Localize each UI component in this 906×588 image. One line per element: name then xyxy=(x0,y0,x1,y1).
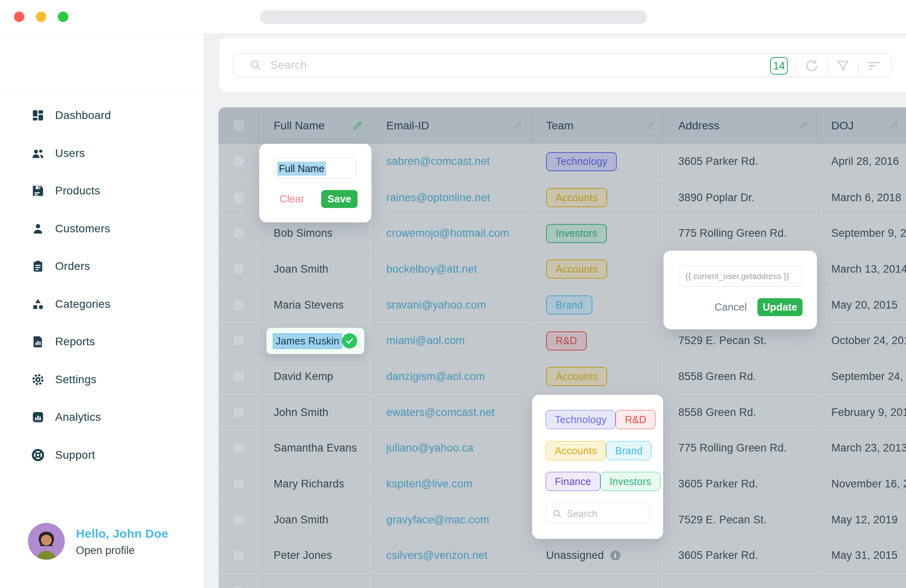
checkbox-cell xyxy=(219,431,259,466)
team-option-brand[interactable]: Brand xyxy=(606,441,652,460)
window-minimize-button[interactable] xyxy=(36,12,46,22)
cell-doj: March 23, 2013 xyxy=(817,431,906,466)
column-header-doj[interactable]: DOJ xyxy=(817,107,906,144)
sidebar: DashboardUsersProductsCustomersOrdersCat… xyxy=(0,34,204,588)
sidebar-item-settings[interactable]: Settings xyxy=(0,361,204,399)
sidebar-item-categories[interactable]: Categories xyxy=(0,285,204,323)
reports-icon xyxy=(31,335,45,348)
column-header-fullname[interactable]: Full Name xyxy=(259,107,370,144)
sidebar-item-label: Users xyxy=(55,147,85,160)
cell-doj: May 20, 2015 xyxy=(817,287,906,323)
column-header-emailid[interactable]: Email-ID xyxy=(370,107,532,144)
cell-email: juliano@yahoo.ca xyxy=(370,431,532,466)
sidebar-item-support[interactable]: Support xyxy=(0,436,204,474)
sidebar-item-label: Products xyxy=(55,184,100,197)
sidebar-item-dashboard[interactable]: Dashboard xyxy=(0,97,204,135)
refresh-icon[interactable] xyxy=(805,59,819,73)
clear-button[interactable]: Clear xyxy=(278,190,306,208)
sidebar-item-analytics[interactable]: Analytics xyxy=(0,398,204,436)
team-badge[interactable]: R&D xyxy=(546,331,587,350)
row-checkbox[interactable] xyxy=(233,442,244,454)
cell-team: Accounts xyxy=(532,251,662,287)
sidebar-item-customers[interactable]: Customers xyxy=(0,210,204,248)
save-button[interactable]: Save xyxy=(321,190,358,208)
row-checkbox[interactable] xyxy=(233,335,244,346)
update-button[interactable]: Update xyxy=(757,298,803,316)
sidebar-item-users[interactable]: Users xyxy=(0,135,204,172)
team-badge[interactable]: Brand xyxy=(546,295,592,315)
row-checkbox[interactable] xyxy=(233,263,244,275)
cell-doj: September 24, xyxy=(817,359,906,394)
edit-column-icon[interactable] xyxy=(888,120,899,131)
cell-email: crowemojo@hotmail.com xyxy=(370,216,532,251)
edit-column-icon[interactable] xyxy=(798,120,809,131)
cell-email: sabren@comcast.net xyxy=(370,144,532,180)
window-zoom-button[interactable] xyxy=(58,12,68,22)
row-checkbox[interactable] xyxy=(233,299,244,311)
team-option-investors[interactable]: Investors xyxy=(600,472,660,491)
result-count-badge[interactable]: 14 xyxy=(770,57,788,75)
row-checkbox[interactable] xyxy=(233,407,244,418)
edit-column-icon[interactable] xyxy=(512,120,523,131)
cell-email: gravyface@mac.com xyxy=(370,502,532,538)
profile-section[interactable]: Hello, John Doe Open profile xyxy=(0,520,204,568)
row-checkbox[interactable] xyxy=(233,156,244,167)
row-checkbox[interactable] xyxy=(233,228,244,239)
team-badge[interactable]: Accounts xyxy=(546,367,607,386)
confirm-check-icon[interactable] xyxy=(342,333,357,348)
team-search-input[interactable]: Search xyxy=(546,503,650,524)
cell-email: csilvers@verizon.net xyxy=(370,538,532,574)
window-close-button[interactable] xyxy=(14,12,24,22)
row-checkbox[interactable] xyxy=(233,550,244,561)
column-header-team[interactable]: Team xyxy=(532,107,662,144)
search-input[interactable]: Search 14 xyxy=(233,53,892,77)
avatar[interactable] xyxy=(28,523,65,560)
row-checkbox[interactable] xyxy=(233,478,244,490)
name-editor-input[interactable]: Full Name xyxy=(274,158,357,179)
cell-team: Investors xyxy=(532,216,662,251)
team-badge[interactable]: Accounts xyxy=(546,259,607,279)
team-option-finance[interactable]: Finance xyxy=(546,472,600,491)
row-checkbox[interactable] xyxy=(233,192,244,204)
row-checkbox[interactable] xyxy=(233,371,244,382)
selected-text[interactable]: James Ruskin xyxy=(273,333,342,349)
edit-column-icon[interactable] xyxy=(645,120,656,131)
team-badge[interactable]: Accounts xyxy=(546,188,607,207)
window-titlebar xyxy=(0,0,906,34)
table-row: Peter Jonescsilvers@verizon.netUnassigne… xyxy=(219,538,906,574)
open-profile-link[interactable]: Open profile xyxy=(76,544,135,557)
team-badge[interactable]: Technology xyxy=(546,152,617,171)
products-icon xyxy=(31,184,45,198)
sidebar-nav: DashboardUsersProductsCustomersOrdersCat… xyxy=(0,97,204,474)
team-option-technology[interactable]: Technology xyxy=(546,410,616,429)
checkbox-cell xyxy=(219,538,259,574)
address-editor-input[interactable]: {{ current_user.getaddress }} xyxy=(679,266,802,287)
sort-icon[interactable] xyxy=(867,59,881,73)
cell-email: raines@optonline.net xyxy=(370,180,532,216)
team-picker-popup: TechnologyR&D AccountsBrand FinanceInves… xyxy=(532,395,663,539)
filter-icon[interactable] xyxy=(836,59,850,73)
cell-doj: March 6, 2018 xyxy=(817,180,906,216)
table-row: David Kempdanzigism@aol.comAccounts8558 … xyxy=(219,358,906,394)
cell-team: Accounts xyxy=(532,359,662,394)
team-option-accounts[interactable]: Accounts xyxy=(546,441,606,460)
team-option-rd[interactable]: R&D xyxy=(616,410,656,429)
table-row-partial xyxy=(219,573,906,588)
avatar-image xyxy=(28,523,65,560)
row-checkbox[interactable] xyxy=(233,514,244,526)
select-all-checkbox[interactable] xyxy=(233,120,244,131)
cancel-button[interactable]: Cancel xyxy=(715,298,747,316)
info-icon[interactable]: i xyxy=(610,550,620,560)
column-header-address[interactable]: Address xyxy=(662,107,817,144)
sidebar-item-products[interactable]: Products xyxy=(0,172,204,210)
row-checkbox[interactable] xyxy=(233,586,244,588)
sidebar-item-reports[interactable]: Reports xyxy=(0,323,204,361)
sidebar-item-orders[interactable]: Orders xyxy=(0,247,204,285)
edit-column-icon[interactable] xyxy=(352,120,363,131)
checkbox-cell xyxy=(219,251,259,287)
team-badge[interactable]: Investors xyxy=(546,224,607,243)
divider xyxy=(796,59,797,73)
cell-doj: May 31, 2015 xyxy=(817,538,906,574)
search-icon xyxy=(250,59,262,71)
customers-icon xyxy=(31,222,45,236)
